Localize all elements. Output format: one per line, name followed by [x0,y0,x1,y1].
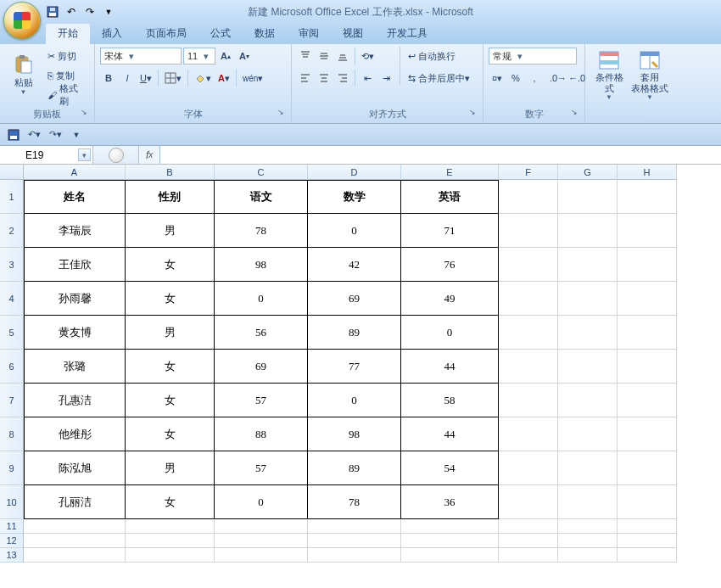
increase-indent-button[interactable]: ⇥ [377,70,394,87]
cell[interactable] [558,384,618,417]
row-header-11[interactable]: 11 [0,519,24,534]
cell[interactable]: 0 [308,384,401,417]
cell[interactable] [618,350,677,384]
cell[interactable]: 88 [215,417,308,451]
cell[interactable]: 姓名 [24,180,126,214]
cell[interactable]: 36 [401,485,499,519]
cell[interactable]: 男 [126,214,215,248]
cell[interactable] [499,282,558,316]
cell[interactable] [618,282,677,316]
cell[interactable]: 78 [308,485,401,519]
cell[interactable] [499,534,558,548]
cell[interactable]: 语文 [215,180,308,214]
align-center-button[interactable] [316,70,333,87]
format-painter-button[interactable]: 🖌 格式刷 [45,87,89,104]
cell[interactable] [618,548,677,563]
tab-data[interactable]: 数据 [243,23,287,44]
column-header-G[interactable]: G [558,165,618,180]
cell[interactable]: 女 [126,350,215,384]
format-as-table-button[interactable]: 套用 表格格式 ▼ [631,47,668,103]
insert-function-button[interactable]: fx [139,146,160,164]
cell[interactable] [558,248,618,282]
cell[interactable] [24,534,126,548]
qat2-undo-icon[interactable]: ↶▾ [25,126,43,143]
increase-font-button[interactable]: A▴ [217,48,234,64]
cell[interactable] [558,180,618,214]
align-bottom-button[interactable] [334,48,351,64]
column-header-C[interactable]: C [215,165,308,180]
cell[interactable]: 性别 [126,180,215,214]
align-top-button[interactable] [297,48,314,64]
qat2-redo-icon[interactable]: ↷▾ [47,126,64,143]
cell[interactable] [499,350,558,384]
cell[interactable] [401,534,499,548]
formula-input[interactable] [160,146,721,164]
align-middle-button[interactable] [316,48,333,64]
qat-redo-icon[interactable]: ↷ [83,5,97,19]
cell[interactable]: 0 [215,485,308,519]
cells-area[interactable]: 姓名性别语文数学英语李瑞辰男78071王佳欣女984276孙雨馨女06949黄友… [24,180,677,563]
cell[interactable] [499,548,558,563]
cell[interactable]: 女 [126,485,215,519]
cell[interactable]: 57 [215,384,308,417]
cell[interactable] [618,248,677,282]
cell[interactable] [558,451,618,485]
cell[interactable] [558,534,618,548]
cell[interactable]: 英语 [401,180,499,214]
cell[interactable] [215,534,308,548]
align-left-button[interactable] [297,70,314,87]
decrease-decimal-button[interactable]: ←.0 [568,70,585,87]
cell[interactable]: 数学 [308,180,401,214]
row-header-2[interactable]: 2 [0,214,24,248]
cell[interactable]: 李瑞辰 [24,214,126,248]
number-format-combo[interactable]: 常规▾ [489,48,577,64]
qat2-dropdown-icon[interactable]: ▼ [68,126,85,143]
cell[interactable]: 0 [401,316,499,350]
row-header-5[interactable]: 5 [0,316,24,350]
cell[interactable] [401,519,499,534]
cell[interactable]: 王佳欣 [24,248,126,282]
column-header-F[interactable]: F [499,165,558,180]
cell[interactable]: 71 [401,214,499,248]
name-box[interactable]: E19 ▾ [0,146,93,164]
qat-dropdown-icon[interactable]: ▼ [102,5,115,19]
cell[interactable]: 89 [308,451,401,485]
cell[interactable]: 69 [215,350,308,384]
cell[interactable] [24,548,126,563]
cell[interactable] [215,519,308,534]
decrease-font-button[interactable]: A▾ [236,48,253,64]
cut-button[interactable]: ✂ 剪切 [45,48,79,64]
cell[interactable] [499,180,558,214]
cell[interactable]: 0 [215,282,308,316]
tab-home[interactable]: 开始 [46,23,90,44]
row-header-6[interactable]: 6 [0,350,24,384]
cell[interactable]: 张璐 [24,350,126,384]
font-name-combo[interactable]: 宋体▾ [100,48,182,64]
cancel-formula-icon[interactable] [109,148,124,163]
cell[interactable]: 0 [308,214,401,248]
column-header-D[interactable]: D [308,165,401,180]
percent-button[interactable]: % [507,70,524,87]
cell[interactable] [499,519,558,534]
select-all-corner[interactable] [0,165,24,180]
decrease-indent-button[interactable]: ⇤ [359,70,376,87]
row-header-13[interactable]: 13 [0,548,24,563]
tab-formulas[interactable]: 公式 [198,23,243,44]
column-header-E[interactable]: E [401,165,499,180]
cell[interactable]: 89 [308,316,401,350]
cell[interactable] [618,214,677,248]
align-right-button[interactable] [334,70,351,87]
qat-undo-icon[interactable]: ↶ [64,5,78,19]
cell[interactable] [308,548,401,563]
conditional-format-button[interactable]: 条件格式 ▼ [590,47,628,103]
wrap-text-button[interactable]: ↩ 自动换行 [405,48,458,64]
cell[interactable] [126,519,215,534]
cell[interactable] [499,485,558,519]
cell[interactable]: 孔惠洁 [24,384,126,417]
paste-button[interactable]: 粘贴 ▼ [5,47,42,103]
column-header-H[interactable]: H [618,165,677,180]
column-header-A[interactable]: A [24,165,126,180]
cell[interactable] [558,316,618,350]
increase-decimal-button[interactable]: .0→ [550,70,567,87]
cell[interactable]: 男 [126,451,215,485]
